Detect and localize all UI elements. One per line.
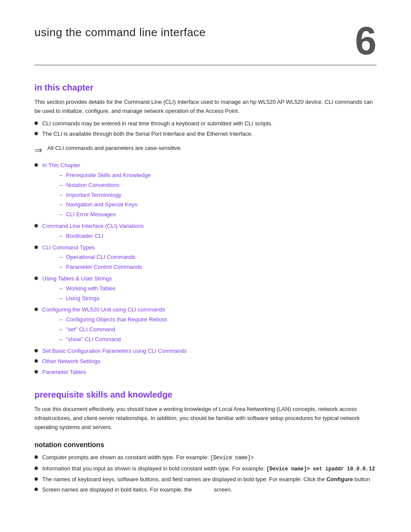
toc-link-parameter-tables[interactable]: Parameter Tables (42, 368, 86, 377)
toc-link-notation[interactable]: Notation Conventions (66, 181, 119, 190)
bullet-item: CLI commands may be entered in real time… (34, 119, 377, 128)
toc-item-label: CLI Command Types –Operational CLI Comma… (42, 243, 142, 273)
bullet-dot (34, 277, 38, 280)
page-container: using the command line interface 6 in th… (0, 0, 411, 523)
in-this-chapter-section: in this chapter This section provides de… (34, 83, 377, 377)
prerequisite-heading: prerequisite skills and knowledge (34, 390, 377, 400)
toc-link-using-strings[interactable]: Using Strings (66, 294, 99, 303)
intro-text: This section provides details for the Co… (34, 98, 377, 116)
toc-link-set-command[interactable]: "set" CLI Command (66, 325, 115, 334)
toc-subitem: –Using Strings (59, 294, 115, 303)
notation-bullet-text: The names of keyboard keys, software but… (42, 475, 370, 484)
toc-sublist: –Configuring Objects that Require Reboot… (59, 315, 167, 344)
bullet-dot (34, 359, 38, 363)
notation-bullet-text: Screen names are displayed in bold itali… (42, 485, 232, 495)
bullet-dot (34, 163, 38, 167)
toc-item: In This Chapter –Prerequisite Skills and… (34, 161, 377, 220)
toc-dash: – (59, 284, 62, 293)
toc-link-basic-config[interactable]: Set Basic Configuration Parameters using… (42, 347, 187, 356)
configure-bold: Configure (327, 476, 353, 482)
notation-bullet-3: The names of keyboard keys, software but… (34, 475, 377, 484)
notation-bullet-4: Screen names are displayed in bold itali… (34, 485, 377, 495)
toc-dash: – (59, 191, 62, 200)
toc-link-prerequisite[interactable]: Prerequisite Skills and Knowledge (66, 171, 151, 180)
bullet-dot (34, 467, 38, 470)
toc-dash: – (59, 315, 62, 324)
notation-heading: notation conventions (34, 441, 377, 449)
toc-dash: – (59, 294, 62, 303)
toc-item: Set Basic Configuration Parameters using… (34, 347, 377, 356)
toc-subitem: –Navigation and Special Keys (59, 200, 151, 209)
toc-sublist: –Operational CLI Commands –Parameter Con… (59, 253, 142, 272)
toc-link-command-types[interactable]: CLI Command Types (42, 244, 95, 251)
toc-link-bootloader[interactable]: Bootloader CLI (66, 232, 103, 241)
notation-section: notation conventions Computer prompts ar… (34, 441, 377, 495)
toc-link-reboot[interactable]: Configuring Objects that Require Reboot (66, 315, 167, 324)
toc-link-cli-variations[interactable]: Command Line Interface (CLI) Variations (42, 223, 143, 229)
bullet-dot (34, 455, 38, 459)
bullet-dot (34, 121, 38, 125)
toc-item-label: Command Line Interface (CLI) Variations … (42, 222, 143, 242)
intro-bullets: CLI commands may be entered in real time… (34, 119, 377, 139)
toc-dash: – (59, 171, 62, 180)
toc-dash: – (59, 325, 62, 334)
notation-bullets: Computer prompts are shown as constant w… (34, 453, 377, 495)
toc-sublist: –Prerequisite Skills and Knowledge –Nota… (59, 171, 151, 219)
toc-sublist: –Bootloader CLI (59, 232, 143, 241)
bullet-dot (34, 308, 38, 311)
code-example-1: [Device name]> (210, 455, 254, 461)
toc-item: Command Line Interface (CLI) Variations … (34, 222, 377, 242)
toc-subitem: –Important Terminology (59, 191, 151, 200)
chapter-number: 6 (355, 22, 377, 60)
toc-subitem: –CLI Error Messages (59, 210, 151, 219)
note-text: All CLI commands and parameters are case… (47, 144, 182, 153)
toc-link-other-network[interactable]: Other Network Settings (42, 357, 100, 366)
toc-dash: – (59, 181, 62, 190)
toc-subitem: –Working with Tables (59, 284, 115, 293)
note-icon: ⇒ (34, 145, 42, 156)
toc-link-tables-strings[interactable]: Using Tables & User Strings (42, 275, 112, 282)
toc-link-show-command[interactable]: "show" CLI Command (66, 335, 121, 344)
toc-item-label: In This Chapter –Prerequisite Skills and… (42, 161, 151, 220)
note-box: ⇒ All CLI commands and parameters are ca… (34, 144, 377, 156)
toc-link-in-this-chapter[interactable]: In This Chapter (42, 162, 81, 168)
toc-item-label: Using Tables & User Strings –Working wit… (42, 274, 115, 304)
toc-subitem: –Bootloader CLI (59, 232, 143, 241)
toc-subitem: –Prerequisite Skills and Knowledge (59, 171, 151, 180)
chapter-header: using the command line interface 6 (34, 26, 377, 65)
toc-subitem: –Notation Conventions (59, 181, 151, 190)
toc-subitem: –Parameter Control Commands (59, 263, 142, 272)
bullet-dot (34, 370, 38, 373)
toc-link-parameter-control[interactable]: Parameter Control Commands (66, 263, 142, 272)
toc-dash: – (59, 263, 62, 272)
toc-subitem: –Operational CLI Commands (59, 253, 142, 262)
toc-link-working-tables[interactable]: Working with Tables (66, 284, 115, 293)
notation-bullet-2: Information that you input as shown is d… (34, 464, 377, 473)
toc-link-cli-error[interactable]: CLI Error Messages (66, 210, 116, 219)
notation-bullet-text: Information that you input as shown is d… (42, 464, 375, 473)
in-this-chapter-heading: in this chapter (34, 83, 377, 93)
bullet-dot (34, 132, 38, 135)
toc-item-label: Configuring the WL520 Unit using CLI com… (42, 305, 167, 345)
bullet-dot (34, 349, 38, 352)
bullet-text: CLI commands may be entered in real time… (42, 119, 273, 128)
toc-subitem: –"set" CLI Command (59, 325, 167, 334)
toc-list: In This Chapter –Prerequisite Skills and… (34, 161, 377, 377)
bullet-dot (34, 224, 38, 227)
bullet-dot (34, 488, 38, 491)
toc-dash: – (59, 200, 62, 209)
prerequisite-section: prerequisite skills and knowledge To use… (34, 390, 377, 432)
toc-item: CLI Command Types –Operational CLI Comma… (34, 243, 377, 273)
toc-link-terminology[interactable]: Important Terminology (66, 191, 121, 200)
toc-link-configuring-wl520[interactable]: Configuring the WL520 Unit using CLI com… (42, 306, 165, 313)
notation-bullet-text: Computer prompts are shown as constant w… (42, 453, 254, 462)
bullet-item: The CLI is available through both the Se… (34, 130, 377, 139)
toc-link-navigation[interactable]: Navigation and Special Keys (66, 200, 137, 209)
toc-item: Configuring the WL520 Unit using CLI com… (34, 305, 377, 345)
bullet-dot (34, 477, 38, 481)
toc-link-operational[interactable]: Operational CLI Commands (66, 253, 135, 262)
code-example-2: [Device name]> set ipaddr 10.0.0.12 (266, 466, 375, 472)
toc-subitem: –Configuring Objects that Require Reboot (59, 315, 167, 324)
toc-item: Parameter Tables (34, 368, 377, 377)
prerequisite-text: To use this document effectively, you sh… (34, 405, 377, 432)
